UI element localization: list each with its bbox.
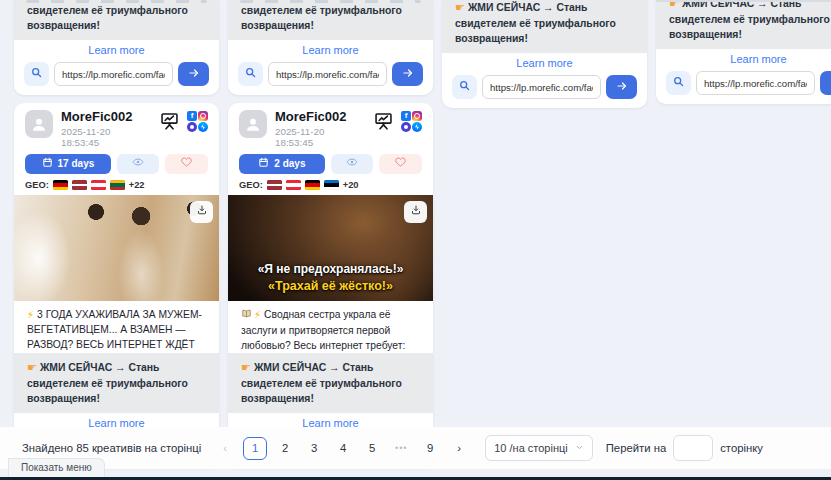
open-url-button[interactable]	[178, 62, 209, 86]
placement-icons	[401, 111, 422, 132]
geo-row: GEO: +22	[14, 176, 219, 194]
open-url-button[interactable]	[606, 75, 637, 99]
image-caption: «Я не предохранялась!» «Трахай её жёстко…	[228, 262, 433, 294]
instagram-icon	[412, 111, 422, 121]
geo-label: GEO:	[239, 180, 263, 190]
heart-icon	[394, 156, 407, 171]
top-card-3: ИНТЕРНЕТ ЖДЁТ ЕЁ СМЕР... more ☛ЖМИ СЕЙЧА…	[442, 0, 647, 108]
days-active-button[interactable]: 2 days	[239, 154, 325, 174]
page-button-1[interactable]: 1	[243, 437, 267, 460]
download-image-button[interactable]	[404, 201, 427, 223]
preview-button[interactable]	[117, 154, 160, 174]
pointing-hand-icon: ☛	[27, 361, 37, 373]
open-url-button[interactable]	[392, 62, 423, 86]
goto-page-group: Перейти на сторінку	[606, 435, 763, 461]
actions-row: 17 days	[14, 150, 219, 176]
creative-date: 2025-11-20 18:53:45	[61, 126, 151, 148]
landing-url-input[interactable]	[482, 75, 601, 99]
arrow-right-icon	[615, 80, 629, 95]
pages-ellipsis[interactable]: •••	[390, 437, 412, 460]
search-button[interactable]	[24, 62, 49, 86]
image-caption-line2: «Трахай её жёстко!»	[228, 278, 433, 294]
instagram-icon	[198, 111, 208, 121]
pointing-hand-icon: ☛	[455, 1, 465, 13]
url-row	[442, 72, 647, 108]
arrow-right-icon	[401, 67, 415, 82]
landing-url-input[interactable]	[696, 71, 815, 95]
column-4: ☛ЖМИ СЕЙЧАС → Стань свидетелем её триумф…	[656, 0, 831, 104]
clipped-content-dashes	[240, 0, 421, 3]
goto-page-input[interactable]	[673, 435, 713, 461]
lightning-icon: ⚡	[27, 309, 34, 320]
learn-more-link[interactable]: Learn more	[228, 40, 433, 59]
per-page-select[interactable]: 10 /на сторінці	[485, 435, 593, 461]
pointing-hand-icon: ☛	[241, 361, 251, 373]
cta-banner-text: ЖМИ СЕЙЧАС → Стань свидетелем её триумфа…	[455, 2, 616, 44]
cta-banner: ☛ЖМИ СЕЙЧАС → Стань свидетелем её триумф…	[228, 0, 433, 40]
url-row	[14, 59, 219, 95]
creative-image-dark[interactable]: «Я не предохранялась!» «Трахай её жёстко…	[228, 195, 433, 301]
creative-card-1: MoreFic002 2025-11-20 18:53:45	[14, 103, 219, 468]
messenger-icon	[412, 122, 422, 132]
column-2: ☛ЖМИ СЕЙЧАС → Стань свидетелем её триумф…	[228, 0, 433, 468]
flag-germany-icon	[53, 180, 68, 190]
search-button[interactable]	[452, 75, 477, 99]
page-button-5[interactable]: 5	[361, 437, 383, 460]
page-button-4[interactable]: 4	[332, 437, 354, 460]
creative-image-wedding[interactable]	[14, 195, 219, 301]
actions-row: 2 days	[228, 150, 433, 176]
flag-austria-icon	[91, 180, 106, 190]
cta-banner-text: ЖМИ СЕЙЧАС → Стань свидетелем её триумфа…	[27, 362, 188, 404]
flag-latvia-icon	[267, 180, 282, 190]
learn-more-link[interactable]: Learn more	[442, 53, 647, 72]
search-button[interactable]	[666, 71, 691, 95]
creative-card-2: MoreFic002 2025-11-20 18:53:45	[228, 103, 433, 468]
page-button-2[interactable]: 2	[274, 437, 296, 460]
account-name[interactable]: MoreFic002	[275, 110, 365, 125]
calendar-icon	[42, 157, 53, 170]
learn-more-link[interactable]: Learn more	[656, 49, 831, 68]
search-button[interactable]	[238, 62, 263, 86]
download-image-button[interactable]	[190, 201, 213, 223]
presentation-chart-icon[interactable]	[373, 110, 394, 135]
search-icon	[672, 75, 685, 91]
landing-url-input[interactable]	[54, 62, 173, 86]
page-button-3[interactable]: 3	[303, 437, 325, 460]
cta-banner: ☛ЖМИ СЕЙЧАС → Стань свидетелем её триумф…	[14, 353, 219, 413]
column-3: ИНТЕРНЕТ ЖДЁТ ЕЁ СМЕР... more ☛ЖМИ СЕЙЧА…	[442, 0, 647, 108]
arrow-right-icon	[187, 67, 201, 82]
pagination-bar: Знайдено 85 креативів на сторінці ‹ 1 2 …	[0, 427, 831, 469]
results-count: Знайдено 85 креативів на сторінці	[22, 442, 201, 454]
creative-text: ⚡ Сводная сестра украла её заслуги и при…	[228, 301, 433, 353]
preview-button[interactable]	[331, 154, 374, 174]
show-menu-button[interactable]: Показать меню	[8, 458, 105, 477]
heart-icon	[180, 156, 193, 171]
avatar	[25, 110, 53, 138]
creative-text: ⚡ 3 ГОДА УХАЖИВАЛА ЗА МУЖЕМ-ВЕГЕТАТИВЦЕМ…	[14, 301, 219, 353]
cta-banner-text: ЖМИ СЕЙЧАС → Стань свидетелем её триумфа…	[27, 0, 188, 31]
learn-more-link[interactable]: Learn more	[14, 40, 219, 59]
top-card-4: ☛ЖМИ СЕЙЧАС → Стань свидетелем её триумф…	[656, 0, 831, 104]
goto-page-label: Перейти на	[606, 442, 666, 454]
download-icon	[196, 204, 208, 219]
days-active-button[interactable]: 17 days	[25, 154, 111, 174]
landing-url-input[interactable]	[268, 62, 387, 86]
favorite-button[interactable]	[165, 154, 208, 174]
page-button-9[interactable]: 9	[419, 437, 441, 460]
account-name[interactable]: MoreFic002	[61, 110, 151, 125]
search-icon	[458, 79, 471, 95]
days-label: 17 days	[58, 158, 95, 169]
favorite-button[interactable]	[379, 154, 422, 174]
profile-info: MoreFic002 2025-11-20 18:53:45	[61, 110, 151, 148]
prev-page-button[interactable]: ‹	[214, 437, 236, 460]
geo-more-count[interactable]: +22	[129, 180, 145, 190]
cta-banner: ☛ЖМИ СЕЙЧАС → Стань свидетелем её триумф…	[228, 353, 433, 413]
cta-banner-text: ЖМИ СЕЙЧАС → Стань свидетелем её триумфа…	[241, 0, 402, 31]
open-url-button[interactable]	[820, 71, 831, 95]
creative-text-body: Сводная сестра украла её заслуги и притв…	[241, 309, 405, 353]
creative-date: 2025-11-20 18:53:45	[275, 126, 365, 148]
geo-more-count[interactable]: +20	[343, 180, 359, 190]
presentation-chart-icon[interactable]	[159, 110, 180, 135]
next-page-button[interactable]: ›	[448, 437, 470, 460]
facebook-icon	[187, 111, 197, 121]
